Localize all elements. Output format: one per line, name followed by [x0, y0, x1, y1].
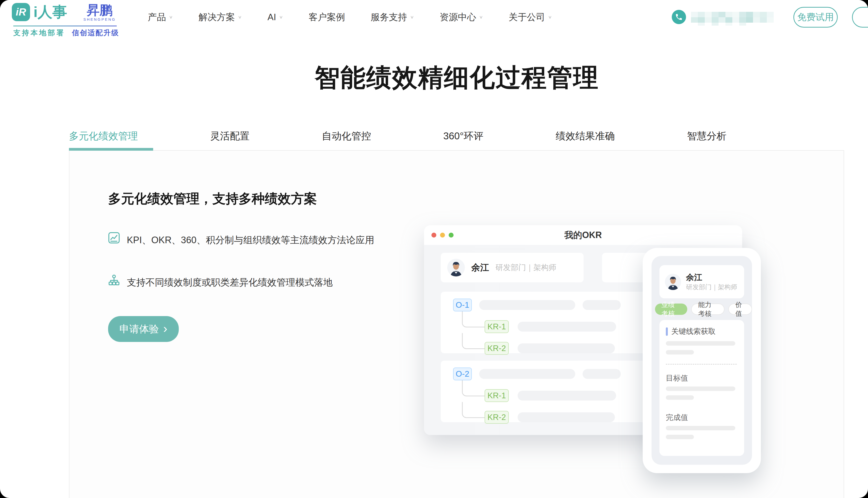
chevron-down-icon: ∨: [410, 15, 414, 20]
phone-employee-card: 余江 研发部门｜架构师: [659, 265, 744, 298]
nav-item-support[interactable]: 服务支持∨: [371, 11, 414, 23]
placeholder-bar: [666, 386, 735, 391]
phone-mockup: 余江 研发部门｜架构师 业绩考核 能力考核 价值 关键线索获取: [643, 248, 761, 473]
chevron-down-icon: ∨: [238, 15, 242, 20]
logo-tagline-right: 信创适配升级: [72, 28, 119, 38]
chevron-down-icon: ∨: [479, 15, 483, 20]
kr-badge: KR-1: [484, 320, 509, 333]
apply-trial-label: 申请体验: [119, 322, 159, 336]
employee-card: 余江 研发部门｜架构师: [441, 253, 584, 283]
target-value-label: 目标值: [666, 373, 688, 383]
assessment-tags: 业绩考核 能力考核 价值: [655, 303, 752, 315]
placeholder-bar: [583, 300, 621, 310]
tag-value: 价值: [728, 303, 752, 315]
nav-item-ai[interactable]: AI∨: [268, 12, 283, 22]
employee-meta: 研发部门｜架构师: [495, 262, 556, 273]
tab-accurate-results[interactable]: 绩效结果准确: [556, 129, 615, 143]
kpi-detail-card: 关键线索获取 目标值 完成值: [659, 320, 744, 456]
tree-connector: [462, 333, 485, 349]
partner-subtitle: SHENGPENG: [83, 17, 116, 22]
phone-employee-name: 余江: [686, 272, 737, 283]
complete-value-label: 完成值: [666, 412, 688, 423]
main-nav: 产品∨ 解决方案∨ AI∨ 客户案例 服务支持∨ 资源中心∨ 关于公司∨: [148, 0, 552, 35]
phone-screen: 余江 研发部门｜架构师 业绩考核 能力考核 价值 关键线索获取: [651, 256, 752, 465]
nav-item-products[interactable]: 产品∨: [148, 11, 173, 23]
placeholder-bar: [518, 343, 615, 353]
placeholder-bar: [666, 426, 735, 430]
phone-employee-meta: 研发部门｜架构师: [686, 283, 737, 291]
feature-bullet-text: 支持不同绩效制度或职类差异化绩效管理模式落地: [127, 274, 333, 290]
placeholder-bar: [583, 369, 621, 379]
apply-trial-button[interactable]: 申请体验 ›: [108, 316, 179, 342]
placeholder-bar: [479, 300, 575, 310]
placeholder-bar: [518, 391, 616, 401]
phone-icon: [672, 10, 686, 24]
feature-panel: 多元化绩效管理，支持多种绩效方案 KPI、OKR、360、积分制与组织绩效等主流…: [69, 150, 844, 498]
nav-item-solutions[interactable]: 解决方案∨: [198, 11, 242, 23]
feature-bullet: KPI、OKR、360、积分制与组织绩效等主流绩效方法论应用: [108, 232, 409, 248]
dashed-divider: [666, 364, 737, 365]
free-trial-button[interactable]: 免费试用: [793, 7, 838, 28]
objective-badge: O-1: [453, 299, 472, 311]
mockup-window-title: 我的OKR: [424, 225, 742, 245]
nav-item-resources[interactable]: 资源中心∨: [440, 11, 483, 23]
chevron-down-icon: ∨: [279, 15, 283, 20]
employee-name: 余江: [471, 262, 489, 274]
placeholder-bar: [666, 341, 735, 345]
org-chart-icon: [108, 274, 120, 286]
kr-badge: KR-1: [484, 389, 509, 402]
partner-name: 昇鹏: [83, 3, 116, 17]
kr-badge: KR-2: [484, 342, 509, 355]
placeholder-bar: [518, 412, 615, 422]
placeholder-bar: [666, 395, 694, 400]
ihr-logo-icon: iR: [12, 3, 30, 21]
placeholder-bar: [518, 322, 616, 331]
chevron-right-icon: ›: [163, 325, 167, 332]
kpi-section-title: 关键线索获取: [671, 326, 715, 337]
logo[interactable]: iR i人事 昇鹏 SHENGPENG 支持本地部署 信创适配升级: [12, 3, 120, 22]
chevron-down-icon: ∨: [548, 15, 552, 20]
nav-item-about[interactable]: 关于公司∨: [509, 11, 552, 23]
tab-diversified-performance[interactable]: 多元化绩效管理: [69, 129, 138, 143]
tag-ability: 能力考核: [691, 303, 724, 315]
mockup-titlebar: 我的OKR: [424, 225, 742, 245]
kr-badge: KR-2: [484, 411, 509, 424]
nav-item-cases[interactable]: 客户案例: [309, 11, 345, 23]
logo-tagline-left: 支持本地部署: [13, 28, 65, 38]
login-button[interactable]: 登录: [852, 7, 868, 28]
active-tab-indicator: [69, 148, 153, 150]
section-accent-bar: [666, 327, 668, 336]
objective-badge: O-2: [453, 368, 472, 380]
chevron-down-icon: ∨: [169, 15, 173, 20]
feature-tabs: 多元化绩效管理 灵活配置 自动化管控 360°环评 绩效结果准确 智慧分析: [69, 122, 726, 149]
logo-divider: [13, 26, 117, 26]
avatar: [665, 274, 681, 290]
feature-bullet: 支持不同绩效制度或职类差异化绩效管理模式落地: [108, 274, 409, 290]
placeholder-bar: [666, 435, 694, 439]
header: iR i人事 昇鹏 SHENGPENG 支持本地部署 信创适配升级 产品∨ 解决…: [0, 0, 868, 35]
logo-name: i人事: [34, 3, 67, 21]
blurred-phone-number: [691, 10, 774, 26]
tag-performance: 业绩考核: [655, 303, 687, 315]
feature-heading: 多元化绩效管理，支持多种绩效方案: [108, 190, 317, 208]
tab-smart-analysis[interactable]: 智慧分析: [687, 129, 726, 143]
tree-connector: [462, 311, 485, 327]
placeholder-bar: [666, 350, 694, 354]
tree-connector: [462, 380, 485, 396]
tab-360-review[interactable]: 360°环评: [443, 129, 483, 143]
tab-automated-control[interactable]: 自动化管控: [322, 129, 371, 143]
placeholder-bar: [479, 369, 575, 379]
feature-bullet-text: KPI、OKR、360、积分制与组织绩效等主流绩效方法论应用: [127, 232, 374, 248]
page: iR i人事 昇鹏 SHENGPENG 支持本地部署 信创适配升级 产品∨ 解决…: [0, 0, 868, 498]
partner-logo: 昇鹏 SHENGPENG: [83, 3, 116, 22]
page-title: 智能绩效精细化过程管理: [69, 61, 845, 95]
line-chart-icon: [108, 232, 120, 244]
tree-connector: [462, 402, 485, 418]
avatar: [447, 259, 465, 276]
tab-flexible-config[interactable]: 灵活配置: [210, 129, 249, 143]
